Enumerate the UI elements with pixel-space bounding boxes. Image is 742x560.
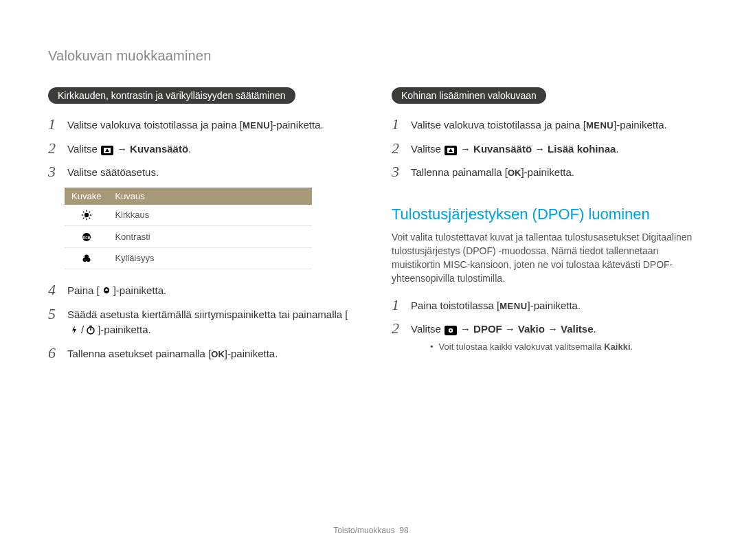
menu-icon: MENU — [499, 301, 527, 311]
timer-icon — [85, 325, 97, 335]
text: Valitse — [411, 143, 444, 155]
edit-icon — [101, 146, 113, 155]
left-step-6: 6 Tallenna asetukset painamalla [OK]-pai… — [48, 345, 350, 362]
right-step-2: 2 Valitse → Kuvansäätö → Lisää kohinaa. — [392, 140, 694, 157]
section-heading: Tulostusjärjestyksen (DPOF) luominen — [392, 205, 694, 223]
table-header-icon: Kuvake — [65, 188, 108, 205]
step-number: 2 — [392, 320, 404, 337]
bold-text: DPOF — [473, 323, 502, 335]
table-header-desc: Kuvaus — [108, 188, 312, 205]
text: ]-painiketta. — [614, 119, 667, 131]
text: Paina toistotilassa [ — [411, 300, 499, 311]
left-column: Kirkkauden, kontrastin ja värikylläisyyd… — [48, 87, 350, 368]
step-text: Tallenna asetukset painamalla [OK]-paini… — [67, 345, 350, 362]
step-number: 5 — [48, 306, 60, 322]
text: ]-painiketta. — [98, 324, 151, 335]
page-title: Valokuvan muokkaaminen — [48, 48, 694, 64]
text: Tallenna asetukset painamalla [ — [67, 348, 211, 359]
table-cell: Kontrasti — [108, 226, 312, 248]
footer-page-number: 98 — [399, 526, 408, 535]
text: . — [188, 143, 191, 155]
ok-icon: OK — [211, 349, 225, 359]
step-number: 6 — [48, 345, 60, 361]
svg-line-9 — [89, 212, 90, 213]
right-step-1: 1 Valitse valokuva toistotilassa ja pain… — [392, 116, 694, 133]
text: ]-painiketta. — [225, 348, 278, 359]
adjustment-table: Kuvake Kuvaus Kirkkaus RCB Kontrasti — [65, 188, 312, 270]
content-columns: Kirkkauden, kontrastin ja värikylläisyyd… — [48, 87, 694, 368]
svg-point-20 — [450, 330, 451, 331]
step-text: Valitse → Kuvansäätö. — [67, 140, 350, 157]
svg-line-6 — [82, 212, 84, 213]
step-number: 2 — [392, 140, 404, 157]
right2-step-2: 2 Valitse → DPOF → Vakio → Valitse. • Vo… — [392, 320, 694, 353]
step-text: Valitse valokuva toistotilassa ja paina … — [67, 116, 350, 133]
step-number: 2 — [48, 140, 60, 157]
step-number: 1 — [392, 116, 404, 133]
bullet-text: Voit tulostaa kaikki valokuvat valitsema… — [439, 340, 633, 354]
macro-icon — [100, 286, 113, 295]
text: Paina [ — [67, 284, 100, 296]
left-step-4: 4 Paina []-painiketta. — [48, 282, 350, 299]
step-text: Tallenna painamalla [OK]-painiketta. — [411, 164, 694, 181]
text: ]-painiketta. — [528, 300, 581, 311]
right-step-3: 3 Tallenna painamalla [OK]-painiketta. — [392, 164, 694, 181]
page-footer: Toisto/muokkaus 98 — [0, 526, 742, 535]
text: Tallenna painamalla [ — [411, 166, 508, 178]
text: . — [616, 143, 618, 155]
step-number: 3 — [48, 164, 60, 180]
menu-icon: MENU — [243, 120, 270, 131]
bold-text: Valitse — [561, 323, 594, 335]
svg-line-7 — [89, 218, 90, 219]
text: Valitse valokuva toistotilassa ja paina … — [411, 119, 586, 131]
table-body: Kirkkaus RCB Kontrasti Kylläisyys — [65, 205, 312, 269]
arrow-icon: → — [505, 322, 515, 337]
right-column: Kohinan lisääminen valokuvaan 1 Valitse … — [392, 87, 694, 368]
step-text: Valitse → Kuvansäätö → Lisää kohinaa. — [411, 140, 694, 157]
svg-line-8 — [82, 218, 84, 219]
table-row: RCB Kontrasti — [65, 226, 312, 248]
text: Säädä asetusta kiertämällä siirtymispain… — [67, 309, 348, 320]
left-step-5: 5 Säädä asetusta kiertämällä siirtymispa… — [48, 306, 350, 338]
text: . — [631, 341, 633, 352]
left-step-3: 3 Valitse säätöasetus. — [48, 164, 350, 181]
text: . — [594, 323, 596, 335]
arrow-icon: → — [117, 142, 127, 157]
svg-text:RCB: RCB — [82, 235, 90, 239]
table-cell: Kirkkaus — [108, 205, 312, 226]
settings-icon — [445, 326, 457, 335]
left-step-2: 2 Valitse → Kuvansäätö. — [48, 140, 350, 157]
ok-icon: OK — [508, 168, 521, 178]
section-paragraph: Voit valita tulostettavat kuvat ja talle… — [392, 230, 694, 286]
arrow-icon: → — [460, 322, 471, 337]
step-text: Valitse säätöasetus. — [67, 164, 350, 181]
bold-text: Kuvansäätö — [473, 143, 532, 155]
step-number: 3 — [392, 164, 404, 180]
text: Valitse — [67, 143, 100, 155]
footer-section: Toisto/muokkaus — [333, 526, 394, 535]
text: ]-painiketta. — [270, 119, 324, 131]
bold-text: Lisää kohinaa — [548, 143, 616, 155]
bold-text: Kaikki — [604, 341, 630, 352]
svg-point-1 — [84, 213, 88, 217]
text: ]-painiketta. — [521, 166, 574, 178]
edit-icon — [445, 146, 457, 155]
text: Voit tulostaa kaikki valokuvat valitsema… — [439, 341, 605, 352]
step-text: Valitse valokuva toistotilassa ja paina … — [411, 116, 694, 133]
arrow-icon: → — [548, 322, 558, 337]
step-number: 1 — [392, 297, 404, 313]
text: / — [81, 324, 84, 335]
step-text: Paina toistotilassa [MENU]-painiketta. — [411, 297, 694, 314]
step-text: Valitse → DPOF → Vakio → Valitse. • Voit… — [411, 320, 694, 353]
step-text: Säädä asetusta kiertämällä siirtymispain… — [67, 306, 350, 338]
flash-icon — [68, 325, 80, 335]
section-pill-left: Kirkkauden, kontrastin ja värikylläisyyd… — [48, 87, 295, 104]
table-cell: Kylläisyys — [108, 247, 312, 269]
text: Valitse — [411, 323, 444, 335]
bullet-dot: • — [430, 340, 434, 354]
table-row: Kylläisyys — [65, 247, 312, 269]
svg-point-14 — [85, 255, 89, 259]
step-text: Paina []-painiketta. — [67, 282, 350, 299]
section-pill-right: Kohinan lisääminen valokuvaan — [392, 87, 546, 104]
menu-icon: MENU — [586, 120, 614, 131]
